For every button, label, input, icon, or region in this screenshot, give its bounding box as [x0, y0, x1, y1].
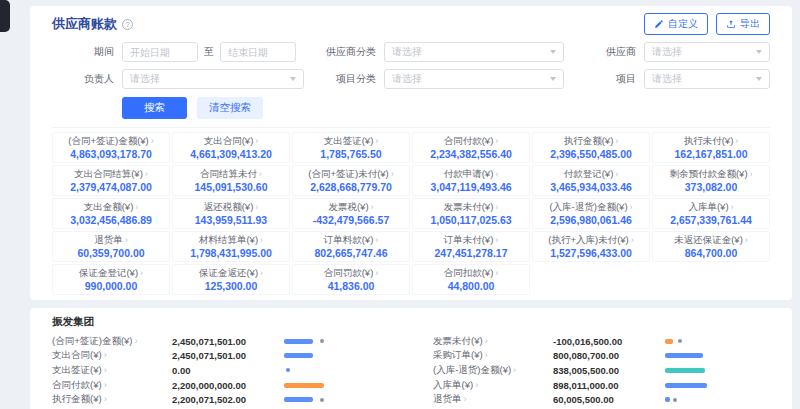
project-select[interactable]: 请选择 — [644, 69, 770, 89]
chevron-right-icon: › — [495, 136, 498, 146]
owner-select[interactable]: 请选择 — [122, 69, 304, 89]
metric-label[interactable]: 合同付款(¥)› — [52, 379, 172, 392]
metric-label[interactable]: (入库-退货)金额(¥)› — [433, 364, 553, 377]
stat-value: 373,082.00 — [654, 181, 768, 193]
stat-item[interactable]: 材料结算单(¥)›1,798,431,995.00 — [172, 231, 290, 262]
stat-item[interactable]: 发票税(¥)›-432,479,566.57 — [292, 198, 410, 229]
chevron-right-icon: › — [464, 394, 467, 404]
metric-bar — [665, 383, 770, 388]
stat-item[interactable]: (执行+入库)未付(¥)›1,527,596,433.00 — [532, 231, 650, 262]
chevron-right-icon: › — [104, 380, 107, 390]
stat-label: 发票税(¥)› — [294, 201, 408, 213]
help-icon[interactable]: ? — [122, 19, 133, 30]
end-date-input[interactable] — [220, 42, 296, 62]
stat-item[interactable]: (合同+签证)金额(¥)›4,863,093,178.70 — [52, 132, 170, 163]
stat-item[interactable]: 支出签证(¥)›1,785,765.50 — [292, 132, 410, 163]
stat-item[interactable]: (入库-退货)金额(¥)›2,596,980,061.46 — [532, 198, 650, 229]
stat-label: 保证金返还(¥)› — [174, 267, 288, 279]
chevron-right-icon: › — [495, 268, 498, 278]
stat-item[interactable]: 付款申请(¥)›3,047,119,493.46 — [412, 165, 530, 196]
chevron-down-icon — [290, 77, 296, 81]
stat-value: 2,628,668,779.70 — [294, 181, 408, 193]
stat-item[interactable]: 执行未付(¥)›162,167,851.00 — [652, 132, 770, 163]
stat-item[interactable]: 返还税额(¥)›143,959,511.93 — [172, 198, 290, 229]
metric-label[interactable]: 发票未付(¥)› — [433, 335, 553, 348]
stat-item[interactable]: 支出合同结算(¥)›2,379,474,087.00 — [52, 165, 170, 196]
chevron-right-icon: › — [485, 350, 488, 360]
metric-label[interactable]: 执行金额(¥)› — [52, 393, 172, 406]
stat-item[interactable]: 支出金额(¥)›3,032,456,486.89 — [52, 198, 170, 229]
stat-value: 1,798,431,995.00 — [174, 247, 288, 259]
stat-item[interactable]: 订单未付(¥)›247,451,278.17 — [412, 231, 530, 262]
metric-label[interactable]: 入库单(¥)› — [433, 379, 553, 392]
stat-item[interactable]: 支出合同(¥)›4,661,309,413.20 — [172, 132, 290, 163]
metric-row: 入库单(¥)›898,011,000.00 — [433, 378, 770, 393]
stat-item[interactable]: 付款登记(¥)›3,465,934,033.46 — [532, 165, 650, 196]
supplier-select[interactable]: 请选择 — [644, 42, 770, 62]
export-button[interactable]: 导出 — [716, 13, 770, 35]
customize-button[interactable]: 自定义 — [644, 13, 708, 35]
stat-item[interactable]: 订单料款(¥)›802,665,747.46 — [292, 231, 410, 262]
metric-value: 2,200,071,502.00 — [172, 394, 276, 405]
field-project-category: 项目分类 请选择 — [318, 69, 564, 89]
stat-item[interactable]: 入库单(¥)›2,657,339,761.44 — [652, 198, 770, 229]
stat-value: 125,300.00 — [174, 280, 288, 292]
metric-label[interactable]: 采购订单(¥)› — [433, 349, 553, 362]
chevron-right-icon: › — [104, 365, 107, 375]
metric-row: 发票未付(¥)›-100,016,500.00 — [433, 334, 770, 349]
stat-label: 支出合同(¥)› — [174, 135, 288, 147]
range-separator: 至 — [204, 45, 214, 59]
chevron-right-icon: › — [140, 268, 143, 278]
field-project: 项目 请选择 — [578, 69, 770, 89]
stat-value: 3,047,119,493.46 — [414, 181, 528, 193]
clear-search-button[interactable]: 清空搜索 — [197, 97, 263, 119]
stat-value: 247,451,278.17 — [414, 247, 528, 259]
metric-label[interactable]: 支出签证(¥)› — [52, 364, 172, 377]
stat-item[interactable]: 合同罚款(¥)›41,836.00 — [292, 264, 410, 295]
stat-item[interactable]: 合同结算未付›145,091,530.60 — [172, 165, 290, 196]
export-button-label: 导出 — [740, 17, 760, 31]
metric-row: 执行金额(¥)›2,200,071,502.00 — [52, 392, 389, 407]
project-category-label: 项目分类 — [318, 72, 376, 86]
metric-bar-segment — [665, 339, 673, 344]
metric-value: 0.00 — [172, 365, 276, 376]
stat-value: 2,396,550,485.00 — [534, 148, 648, 160]
stat-value: 1,527,596,433.00 — [534, 247, 648, 259]
metric-label[interactable]: 支出合同(¥)› — [52, 349, 172, 362]
stat-value: 41,836.00 — [294, 280, 408, 292]
stat-item[interactable]: 发票未付(¥)›1,050,117,025.63 — [412, 198, 530, 229]
chevron-right-icon: › — [375, 136, 378, 146]
stat-item[interactable]: 未返还保证金(¥)›864,700.00 — [652, 231, 770, 262]
stat-value: 3,465,934,033.46 — [534, 181, 648, 193]
metric-value: 2,450,071,501.00 — [172, 336, 276, 347]
metric-bar — [665, 397, 770, 402]
stat-item[interactable]: (合同+签证)未付(¥)›2,628,668,779.70 — [292, 165, 410, 196]
project-category-select[interactable]: 请选择 — [384, 69, 564, 89]
supplier-category-select[interactable]: 请选择 — [384, 42, 564, 62]
stat-label: 合同罚款(¥)› — [294, 267, 408, 279]
stat-item[interactable]: 保证金登记(¥)›990,000.00 — [52, 264, 170, 295]
period-label: 期间 — [52, 45, 114, 59]
select-placeholder: 请选择 — [130, 72, 160, 86]
stat-item[interactable]: 剩余预付款金额(¥)›373,082.00 — [652, 165, 770, 196]
sidebar-drawer-handle[interactable] — [0, 0, 10, 32]
search-button[interactable]: 搜索 — [122, 97, 187, 119]
stat-item[interactable]: 退货单›60,359,700.00 — [52, 231, 170, 262]
metric-row: 支出签证(¥)›0.00 — [52, 363, 389, 378]
customize-button-label: 自定义 — [668, 17, 698, 31]
stat-item[interactable]: 保证金返还(¥)›125,300.00 — [172, 264, 290, 295]
stat-label: 执行金额(¥)› — [534, 135, 648, 147]
stat-label: 入库单(¥)› — [654, 201, 768, 213]
start-date-input[interactable] — [122, 42, 198, 62]
stat-label: 剩余预付款金额(¥)› — [654, 168, 768, 180]
metric-row: 退货单›60,005,500.00 — [433, 392, 770, 407]
metric-bar-segment — [284, 353, 313, 358]
stat-label: (合同+签证)金额(¥)› — [54, 135, 168, 147]
metric-label[interactable]: 退货单› — [433, 393, 553, 406]
select-placeholder: 请选择 — [392, 45, 422, 59]
stat-item[interactable]: 合同付款(¥)›2,234,382,556.40 — [412, 132, 530, 163]
stat-value: 1,785,765.50 — [294, 148, 408, 160]
metric-label[interactable]: (合同+签证)金额(¥)› — [52, 335, 172, 348]
stat-item[interactable]: 合同扣款(¥)›44,800.00 — [412, 264, 530, 295]
stat-item[interactable]: 执行金额(¥)›2,396,550,485.00 — [532, 132, 650, 163]
